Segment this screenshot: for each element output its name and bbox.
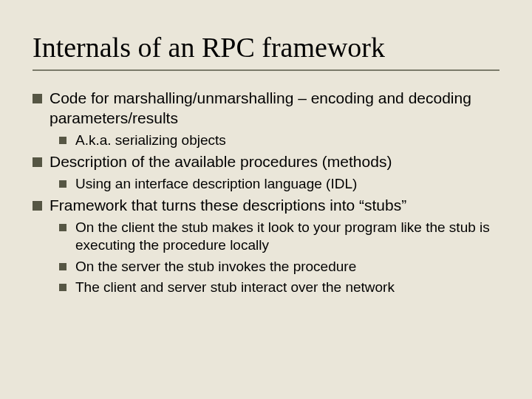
- bullet-item: Code for marshalling/unmarshalling – enc…: [33, 89, 499, 129]
- sub-bullet-text: On the client the stub makes it look to …: [75, 219, 499, 255]
- sub-bullet-text: The client and server stub interact over…: [75, 279, 499, 296]
- bullet-text: Code for marshalling/unmarshalling – enc…: [50, 89, 499, 129]
- slide-title: Internals of an RPC framework: [33, 31, 499, 64]
- square-bullet-icon: [59, 263, 66, 270]
- square-bullet-icon: [33, 94, 42, 103]
- square-bullet-icon: [59, 224, 66, 231]
- bullet-text: Description of the available procedures …: [50, 152, 499, 172]
- square-bullet-icon: [59, 284, 66, 291]
- square-bullet-icon: [59, 137, 66, 144]
- square-bullet-icon: [33, 157, 42, 167]
- bullet-item: Description of the available procedures …: [33, 152, 499, 172]
- square-bullet-icon: [59, 180, 66, 188]
- slide: Internals of an RPC framework Code for m…: [0, 0, 532, 399]
- title-rule: [33, 69, 499, 71]
- sub-bullet-item: On the client the stub makes it look to …: [59, 219, 499, 255]
- sub-bullet-item: Using an interface description language …: [59, 175, 499, 193]
- sub-bullet-text: A.k.a. serializing objects: [75, 132, 499, 149]
- sub-bullet-text: Using an interface description language …: [75, 175, 499, 193]
- square-bullet-icon: [33, 201, 42, 211]
- bullet-item: Framework that turns these descriptions …: [33, 196, 499, 216]
- sub-bullet-item: The client and server stub interact over…: [59, 279, 499, 296]
- sub-bullet-item: A.k.a. serializing objects: [59, 132, 499, 149]
- slide-content: Code for marshalling/unmarshalling – enc…: [33, 89, 499, 296]
- sub-bullet-item: On the server the stub invokes the proce…: [59, 258, 499, 276]
- bullet-text: Framework that turns these descriptions …: [50, 196, 499, 216]
- sub-bullet-text: On the server the stub invokes the proce…: [75, 258, 499, 276]
